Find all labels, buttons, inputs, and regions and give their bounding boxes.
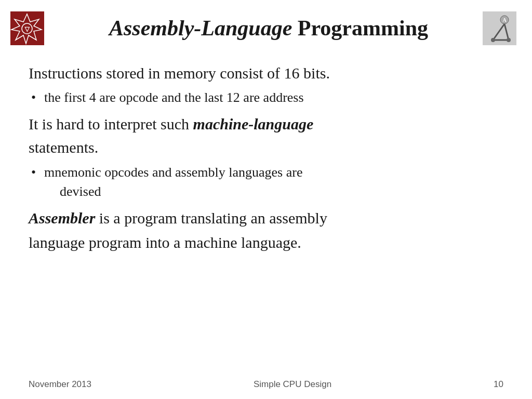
svg-text:A: A [502, 17, 507, 23]
svg-text:▽: ▽ [24, 25, 30, 33]
slide-title: Assembly-Language Programming [55, 16, 483, 40]
footer-page-number: 10 [494, 379, 503, 390]
footer-date: November 2013 [29, 379, 91, 390]
footer-title: Simple CPU Design [254, 379, 331, 390]
header: ▽ Assembly-Language Programming A [0, 0, 532, 52]
hard-to-interpret-text: It is hard to interpret such machine-lan… [29, 112, 503, 136]
svg-point-10 [507, 38, 511, 42]
bullet-mnemonic: mnemonic opcodes and assembly languages … [29, 163, 503, 201]
statements-text: statements. [29, 136, 503, 159]
title-bold-part: Assembly-Language [109, 16, 292, 40]
assembler-description: Assembler is a program translating an as… [29, 206, 503, 255]
footer: November 2013 Simple CPU Design 10 [0, 379, 532, 390]
logo-left: ▽ [10, 11, 44, 45]
slide: ▽ Assembly-Language Programming A Instru… [0, 0, 532, 399]
title-normal-part: Programming [292, 16, 428, 40]
assembler-term: Assembler [29, 209, 95, 227]
machine-language-term: machine-language [193, 115, 314, 132]
svg-point-9 [491, 38, 495, 42]
instructions-text: Instructions stored in memory consist of… [29, 62, 503, 84]
logo-right: A [483, 11, 516, 45]
content-area: Instructions stored in memory consist of… [0, 52, 532, 265]
bullet-opcode: the first 4 are opcode and the last 12 a… [29, 88, 503, 107]
